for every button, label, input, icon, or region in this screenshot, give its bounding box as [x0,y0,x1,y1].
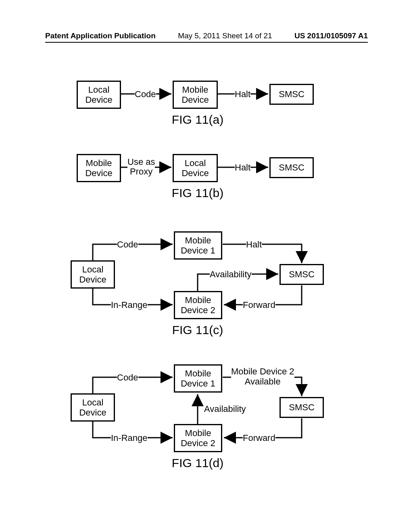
arrow-label-forward: Forward [243,300,275,310]
box-smsc: SMSC [269,84,314,105]
arrow-label-forward: Forward [243,433,275,443]
box-local-device: LocalDevice [173,154,218,182]
box-local-device: LocalDevice [71,260,115,289]
arrow-label-code: Code [117,372,138,383]
figure-11b: MobileDevice LocalDevice SMSC Use asProx… [0,149,413,214]
arrow-label-proxy: Use asProxy [127,157,155,177]
arrow-label-inrange: In-Range [111,300,148,310]
box-label: LocalDevice [85,85,112,105]
box-label: MobileDevice 2 [181,428,215,449]
arrow-label-availability: Availability [204,404,246,414]
header-rule [45,42,368,43]
header-mid: May 5, 2011 Sheet 14 of 21 [178,31,272,40]
box-smsc: SMSC [280,397,324,418]
arrow-label-halt: Halt [246,239,262,250]
box-label: SMSC [289,269,315,279]
arrow-label-halt: Halt [235,162,250,173]
arrow-label-inrange: In-Range [111,433,148,443]
box-mobile-device-2: MobileDevice 2 [174,291,222,319]
figure-caption: FIG 11(a) [157,113,238,127]
figure-caption: FIG 11(c) [157,323,238,337]
box-label: SMSC [279,89,305,99]
box-smsc: SMSC [280,264,324,285]
box-label: LocalDevice [181,158,209,179]
box-mobile-device: MobileDevice [173,81,218,109]
box-mobile-device-2: MobileDevice 2 [174,424,222,452]
figure-11d: LocalDevice MobileDevice 1 MobileDevice … [0,363,413,484]
box-label: LocalDevice [79,264,106,285]
box-label: MobileDevice 1 [181,235,215,256]
box-label: LocalDevice [79,397,106,418]
box-label: SMSC [289,402,315,412]
figure-11a: LocalDevice MobileDevice SMSC Code Halt … [0,76,413,136]
figure-caption: FIG 11(b) [157,186,238,200]
arrow-label-code: Code [135,89,156,100]
arrow-label-availability: Availability [210,269,252,280]
box-label: MobileDevice 2 [181,295,215,316]
figure-caption: FIG 11(d) [157,456,238,470]
box-label: MobileDevice 1 [181,368,215,389]
box-local-device: LocalDevice [71,393,115,422]
arrow-label-halt: Halt [235,89,250,100]
figure-11c: LocalDevice MobileDevice 1 MobileDevice … [0,230,413,347]
box-mobile-device-1: MobileDevice 1 [174,364,222,393]
box-mobile-device: MobileDevice [77,154,121,182]
box-label: SMSC [279,162,305,172]
box-local-device: LocalDevice [77,81,121,109]
box-smsc: SMSC [269,157,314,178]
header-right: US 2011/0105097 A1 [294,31,368,40]
arrow-label-md2-available: Mobile Device 2Available [231,367,294,387]
page-header: Patent Application Publication May 5, 20… [0,31,413,40]
box-label: MobileDevice [181,85,209,105]
box-mobile-device-1: MobileDevice 1 [174,231,222,260]
box-label: MobileDevice [85,158,112,179]
header-left: Patent Application Publication [45,31,156,40]
arrow-label-code: Code [117,239,138,250]
